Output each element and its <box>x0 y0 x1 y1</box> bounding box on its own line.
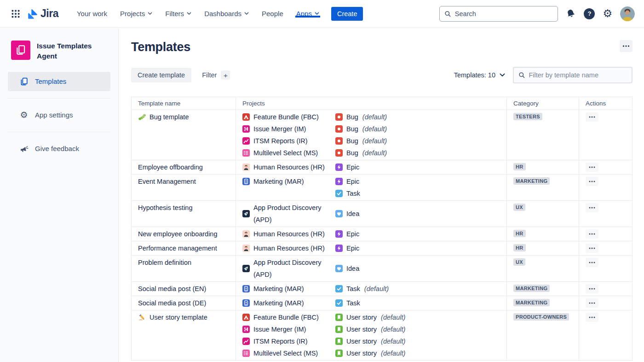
meatball-icon <box>589 166 595 168</box>
user-avatar[interactable] <box>620 6 635 21</box>
toolbar: Create template Filter + Templates: 10 <box>131 67 632 83</box>
topnav-item-projects[interactable]: Projects <box>114 10 159 18</box>
template-name-cell[interactable]: New employee onboarding <box>132 227 236 241</box>
sidebar-item-label: Templates <box>35 77 66 85</box>
add-filter-button[interactable]: + <box>221 70 230 80</box>
project-feature-bundle-icon <box>242 113 250 121</box>
meatball-icon <box>589 288 595 290</box>
row-actions-button[interactable] <box>586 298 598 308</box>
row-actions-button[interactable] <box>586 177 598 186</box>
main-content: Templates Create template Filter + Templ… <box>119 28 644 362</box>
project-name: ITSM Reports (IR) <box>253 135 308 147</box>
issue-type-bug-icon <box>335 113 343 121</box>
default-suffix: (default) <box>364 283 389 295</box>
row-actions-button[interactable] <box>586 244 598 253</box>
sidebar-item-app-settings[interactable]: ⚙App settings <box>8 105 110 125</box>
project-multilevel-select-icon <box>242 350 250 357</box>
project-name: Issue Merger (IM) <box>253 123 306 135</box>
project-item: Feature Bundle (FBC) <box>242 311 335 323</box>
issue-type-name: Task <box>346 297 360 309</box>
project-name: Marketing (MAR) <box>253 297 304 309</box>
issue-type-name: Epic <box>346 161 359 173</box>
app-title: Issue Templates Agent <box>37 41 107 62</box>
meatball-icon <box>589 116 595 118</box>
pages-icon <box>15 44 27 56</box>
projects-cell: Human Resources (HR)Epic <box>236 227 507 241</box>
chevron-down-icon <box>315 12 319 15</box>
template-name-cell[interactable]: Employee offboarding <box>132 160 236 174</box>
templates-count-dropdown[interactable]: Templates: 10 <box>454 71 505 79</box>
issue-type-user-story-icon <box>335 314 343 321</box>
project-entry: Marketing (MAR)Task(default) <box>242 283 501 295</box>
template-name-cell[interactable]: Event Management <box>132 175 236 200</box>
topnav-item-apps[interactable]: Apps <box>290 10 326 18</box>
row-actions-button[interactable] <box>586 229 598 239</box>
projects-cell: Marketing (MAR)Task(default) <box>236 282 507 296</box>
template-name-cell[interactable]: Social media post (DE) <box>132 296 236 310</box>
column-header: Actions <box>579 97 632 110</box>
search-input[interactable] <box>455 10 553 18</box>
sidebar-menu: Templates⚙App settingsGive feedback <box>0 72 118 158</box>
topnav-item-dashboards[interactable]: Dashboards <box>198 10 255 18</box>
template-name-cell[interactable]: Hypothesis testing <box>132 201 236 227</box>
jira-logo[interactable]: Jira <box>27 7 58 20</box>
settings-gear-icon[interactable]: ⚙ <box>603 8 612 19</box>
issue-type-epic-icon <box>335 230 343 238</box>
project-entry: Issue Merger (IM)User story(default) <box>242 323 501 335</box>
template-name-cell[interactable]: Problem definition <box>132 256 236 281</box>
topnav-item-people[interactable]: People <box>255 10 290 18</box>
project-item: App Product Discovery (APD) <box>242 257 335 280</box>
issue-type-name: Bug <box>346 147 358 159</box>
meatball-icon <box>589 181 595 182</box>
app-switcher-icon[interactable] <box>8 6 23 21</box>
template-filter-input[interactable] <box>529 71 627 79</box>
topnav-item-filters[interactable]: Filters <box>159 10 198 18</box>
row-actions-button[interactable] <box>586 258 598 267</box>
row-actions-button[interactable] <box>586 112 598 122</box>
column-header: Category <box>507 97 579 110</box>
table-header: Template nameProjectsCategoryActions <box>132 97 632 110</box>
project-name: App Product Discovery (APD) <box>253 202 335 226</box>
actions-cell <box>579 201 632 227</box>
notifications-bell-icon[interactable] <box>566 9 576 19</box>
project-entry: App Product Discovery (APD)Idea <box>242 257 501 280</box>
chevron-down-icon <box>244 12 249 15</box>
sidebar-divider <box>8 98 110 99</box>
create-template-button[interactable]: Create template <box>131 68 191 82</box>
actions-cell <box>579 296 632 310</box>
issue-type-name: Bug <box>346 111 358 123</box>
issue-type: Idea <box>335 257 501 280</box>
topnav-item-label: Dashboards <box>204 10 242 18</box>
template-name-cell[interactable]: Social media post (EN) <box>132 282 236 296</box>
project-app-product-discovery-icon <box>242 210 250 217</box>
issue-type: Epic <box>335 242 501 254</box>
create-button[interactable]: Create <box>331 7 363 21</box>
global-search[interactable] <box>439 6 558 22</box>
page-title: Templates <box>131 40 190 54</box>
topnav-items: Your workProjectsFiltersDashboardsPeople… <box>70 10 326 18</box>
table-row: Performance managementHuman Resources (H… <box>132 241 632 256</box>
row-actions-button[interactable] <box>586 284 598 293</box>
page-actions-button[interactable] <box>620 40 632 52</box>
template-name-cell[interactable]: Bug template <box>132 110 236 160</box>
issue-type: User story(default) <box>335 311 501 323</box>
sidebar-item-give-feedback[interactable]: Give feedback <box>8 139 110 158</box>
chevron-down-icon <box>187 12 191 15</box>
sidebar-item-label: App settings <box>35 111 73 119</box>
issue-templates-app-icon <box>11 41 30 60</box>
help-icon[interactable]: ? <box>584 8 595 19</box>
template-filter[interactable] <box>513 67 632 83</box>
topnav-item-your-work[interactable]: Your work <box>70 10 114 18</box>
row-actions-button[interactable] <box>586 313 598 322</box>
meatball-icon <box>622 45 630 47</box>
row-actions-button[interactable] <box>586 203 598 212</box>
template-name-cell[interactable]: Performance management <box>132 241 236 255</box>
project-name: Multilevel Select (MS) <box>253 147 318 159</box>
issue-type-epic-icon <box>335 178 343 185</box>
project-app-product-discovery-icon <box>242 265 250 272</box>
category-badge: MARKETING <box>513 285 550 292</box>
row-actions-button[interactable] <box>586 163 598 172</box>
sidebar-item-templates[interactable]: Templates <box>8 72 110 91</box>
template-name: Bug template <box>150 111 189 123</box>
template-name-cell[interactable]: User story template <box>132 310 236 360</box>
